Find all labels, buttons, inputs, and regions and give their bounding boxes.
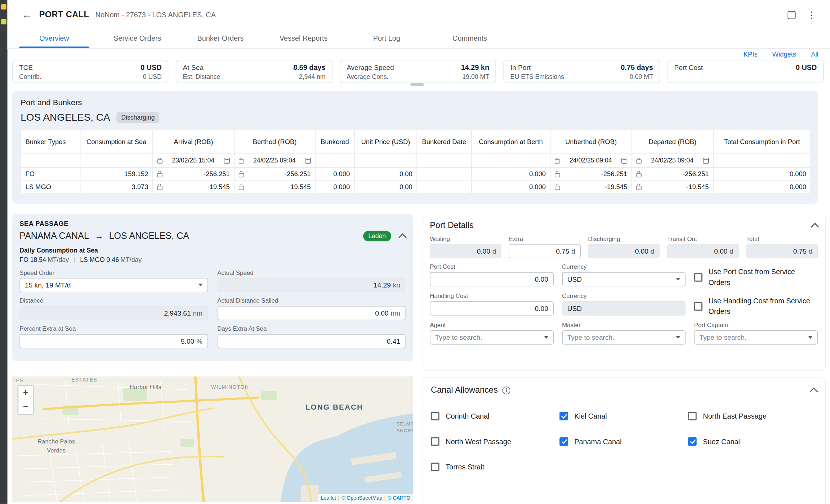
speed-order-label: Speed Order [19, 269, 208, 276]
browser-side-rail[interactable] [0, 0, 8, 504]
bunkered-date[interactable] [417, 180, 471, 193]
handling-cost-field[interactable]: 0.00 [430, 301, 553, 316]
bunkered[interactable]: 0.000 [315, 168, 354, 180]
rail-extension-icon-2[interactable] [1, 19, 6, 24]
unberthed-rob[interactable]: -256.251 [560, 170, 628, 178]
link-widgets[interactable]: Widgets [772, 51, 796, 58]
tab-comments[interactable]: Comments [428, 30, 512, 48]
lock-icon[interactable] [157, 186, 162, 190]
unberthed-rob[interactable]: -19.545 [560, 183, 628, 191]
master-search-field[interactable] [562, 330, 686, 345]
collapse-chevron-icon[interactable] [810, 387, 818, 395]
unberthed-date[interactable]: 24/02/25 09:04 [563, 157, 619, 164]
checkbox-kiel-canal[interactable] [559, 412, 568, 420]
attribution-separator: | [338, 495, 340, 501]
port-cost-field[interactable]: 0.00 [430, 272, 553, 286]
back-arrow-icon[interactable]: ← [20, 8, 34, 22]
departed-date[interactable]: 24/02/25 09:04 [644, 157, 700, 164]
arrival-rob[interactable]: -256.251 [162, 170, 230, 178]
agent-search-field[interactable] [430, 330, 553, 345]
port-map[interactable]: ESTATES ESTATES Harbor Hills WILMINGTON … [12, 376, 413, 502]
carto-link[interactable]: © CARTO [388, 495, 410, 501]
bunker-table: Bunker Types Consumption at Sea Arrival … [21, 130, 811, 193]
berthed-date[interactable]: 24/02/25 09:04 [247, 157, 302, 164]
map-label-estates: ESTATES [71, 377, 97, 383]
checkbox-torres-strait[interactable] [431, 463, 439, 471]
berthed-rob[interactable]: -256.251 [244, 170, 311, 178]
tab-overview[interactable]: Overview [13, 30, 96, 48]
lock-icon[interactable] [157, 173, 162, 177]
tab-service-orders[interactable]: Service Orders [96, 30, 179, 48]
calendar-icon[interactable] [224, 157, 230, 163]
consumption-at-berth[interactable]: 0.000 [471, 168, 550, 180]
tab-bunker-orders[interactable]: Bunker Orders [179, 30, 262, 48]
lock-icon[interactable] [555, 186, 560, 190]
port-captain-search-field[interactable] [694, 330, 818, 345]
panel-drag-handle[interactable] [410, 83, 424, 86]
zoom-in-button[interactable]: + [18, 386, 33, 400]
lock-icon[interactable] [636, 173, 642, 177]
port-captain-label: Port Captain [694, 322, 818, 329]
sea-passage-label: SEA PASSAGE [19, 220, 405, 228]
percent-extra-at-sea-field[interactable]: 5.00% [19, 334, 208, 348]
col-unit-price: Unit Price (USD) [354, 130, 417, 153]
agent-search-input[interactable] [435, 334, 540, 342]
speed-order-select[interactable]: 15 kn, 19 MT/d [19, 278, 208, 292]
unit-price[interactable]: 0.00 [354, 168, 417, 180]
port-captain-search-input[interactable] [700, 334, 804, 342]
discharging-field: 0.00d [588, 244, 660, 258]
days-extra-at-sea-field[interactable]: 0.41 [217, 334, 405, 348]
calendar-icon[interactable] [703, 157, 709, 163]
lock-icon[interactable] [157, 159, 162, 164]
departed-rob[interactable]: -19.545 [642, 183, 709, 191]
lock-icon[interactable] [239, 159, 244, 164]
extra-field[interactable]: 0.75d [509, 244, 581, 258]
collapse-chevron-icon[interactable] [398, 233, 407, 241]
lock-icon[interactable] [239, 173, 244, 177]
tab-port-log[interactable]: Port Log [345, 30, 428, 48]
berthed-rob[interactable]: -19.545 [244, 183, 311, 191]
kebab-menu-icon[interactable]: ⋮ [807, 10, 816, 19]
canal-allowances-title: Canal Allowances [431, 385, 498, 395]
openstreetmap-link[interactable]: © OpenStreetMap [342, 495, 382, 501]
use-port-cost-checkbox[interactable] [694, 273, 703, 282]
port-cost-currency-select[interactable]: USD [562, 272, 686, 286]
checkbox-north-west-passage[interactable] [431, 437, 439, 446]
leaflet-link[interactable]: Leaflet [321, 495, 336, 501]
lock-icon[interactable] [555, 159, 560, 164]
calendar-icon[interactable] [787, 11, 795, 19]
currency-label: Currency [562, 264, 686, 270]
bunkered-date[interactable] [417, 168, 471, 180]
checkbox-corinth-canal[interactable] [431, 412, 439, 420]
link-all[interactable]: All [811, 51, 818, 58]
rail-extension-icon[interactable] [1, 4, 6, 10]
arrival-date[interactable]: 23/02/25 15:04 [165, 157, 221, 164]
master-search-input[interactable] [567, 334, 672, 342]
info-icon[interactable]: i [503, 386, 510, 394]
waiting-label: Waiting [430, 236, 501, 242]
checkbox-north-east-passage[interactable] [688, 412, 697, 420]
lock-icon[interactable] [555, 173, 560, 177]
calendar-icon[interactable] [621, 157, 627, 163]
daily-consumption-label: Daily Consumption at Sea [19, 247, 405, 254]
actual-distance-sailed-field[interactable]: 0.00nm [217, 306, 405, 320]
zoom-out-button[interactable]: − [18, 400, 33, 414]
use-handling-cost-checkbox[interactable] [694, 302, 703, 311]
tab-vessel-reports[interactable]: Vessel Reports [262, 30, 345, 48]
status-badge-discharging: Discharging [116, 112, 160, 123]
lock-icon[interactable] [636, 159, 642, 164]
lock-icon[interactable] [239, 186, 244, 190]
link-kpis[interactable]: KPIs [744, 51, 758, 58]
canal-label: Panama Canal [574, 437, 621, 445]
kpi-card-tce: TCE0 USD Contrib.0 USD [12, 60, 169, 83]
consumption-at-berth[interactable]: 0.000 [471, 180, 550, 193]
departed-rob[interactable]: -256.251 [642, 170, 709, 178]
calendar-icon[interactable] [305, 157, 311, 163]
bunkered[interactable]: 0.000 [315, 180, 354, 193]
unit-price[interactable]: 0.00 [354, 180, 417, 193]
checkbox-panama-canal[interactable] [559, 437, 568, 446]
arrival-rob[interactable]: -19.545 [162, 183, 230, 191]
collapse-chevron-icon[interactable] [811, 222, 819, 231]
lock-icon[interactable] [636, 186, 642, 190]
checkbox-suez-canal[interactable] [688, 437, 697, 446]
